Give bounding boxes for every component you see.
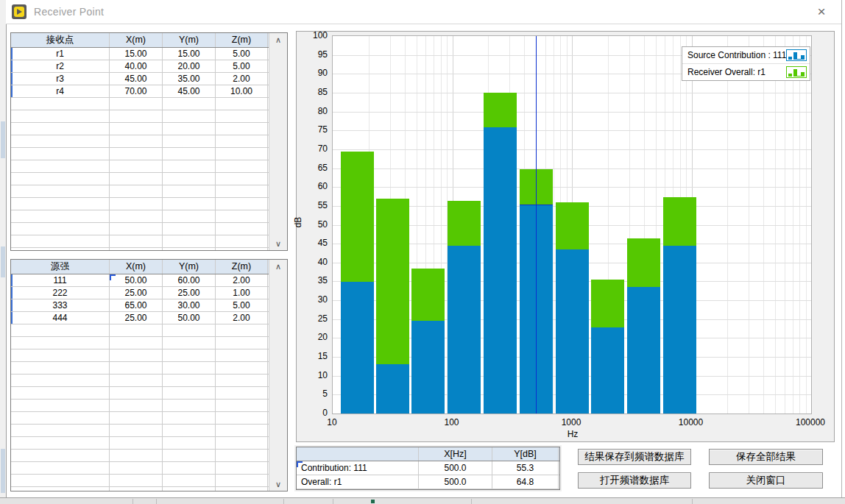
table-cell[interactable] [216, 475, 268, 486]
table-cell[interactable] [163, 450, 216, 461]
table-cell[interactable] [163, 123, 216, 135]
table-cell[interactable] [110, 349, 163, 361]
table-row[interactable]: r470.0045.0010.00 [11, 85, 269, 98]
table-empty-row[interactable] [11, 362, 269, 375]
table-cell[interactable] [11, 185, 110, 197]
close-window-button[interactable]: 关闭窗口 [709, 472, 823, 489]
table-cell[interactable] [110, 198, 163, 210]
table-empty-row[interactable] [11, 375, 269, 387]
table-cell[interactable] [11, 387, 110, 399]
table-cell[interactable] [110, 235, 163, 247]
table-cell[interactable]: 50.00 [110, 274, 163, 286]
table-row[interactable]: 33365.0030.005.00 [11, 299, 269, 312]
table-cell[interactable] [163, 437, 216, 449]
table-cell[interactable] [110, 450, 163, 461]
table-cell[interactable]: r4 [11, 85, 110, 97]
table-row[interactable]: r115.0015.005.00 [11, 48, 269, 60]
table-row[interactable]: 11150.0060.002.00 [11, 274, 269, 287]
table-cell[interactable] [216, 110, 268, 122]
table-cell[interactable]: 35.00 [163, 73, 216, 85]
table-empty-row[interactable] [11, 349, 269, 362]
receiver-table[interactable]: 接收点X(m)Y(m)Z(m)r115.0015.005.00r240.0020… [11, 33, 269, 250]
table-cell[interactable]: 444 [11, 312, 110, 324]
table-empty-row[interactable] [11, 400, 269, 412]
table-cell[interactable] [216, 223, 268, 235]
table-cell[interactable] [11, 437, 110, 449]
save-all-results-button[interactable]: 保存全部结果 [709, 449, 823, 465]
table-cell[interactable] [216, 412, 268, 424]
table-cell[interactable] [110, 337, 163, 349]
table-cell[interactable] [11, 135, 110, 147]
table-row[interactable]: r240.0020.005.00 [11, 60, 269, 73]
table-cell[interactable] [216, 349, 268, 361]
table-empty-row[interactable] [11, 324, 269, 337]
table-empty-row[interactable] [11, 223, 269, 235]
spectrum-graph[interactable]: 0510152025303540455055606570758085909510… [296, 31, 835, 442]
table-empty-row[interactable] [11, 248, 269, 250]
graph-cursor-crosshair[interactable] [520, 205, 553, 205]
table-cell[interactable] [163, 235, 216, 247]
table-cell[interactable] [216, 123, 268, 135]
table-empty-row[interactable] [11, 173, 269, 185]
table-empty-row[interactable] [11, 425, 269, 437]
table-cell[interactable] [11, 362, 110, 374]
table-cell[interactable] [216, 210, 268, 222]
table-cell[interactable] [110, 400, 163, 411]
table-cell[interactable] [216, 248, 268, 250]
table-cell[interactable] [11, 98, 110, 110]
table-cell[interactable] [11, 198, 110, 210]
table-cell[interactable] [11, 475, 110, 486]
table-cell[interactable]: 2.00 [216, 274, 268, 286]
table-empty-row[interactable] [11, 148, 269, 160]
table-cell[interactable] [163, 110, 216, 122]
table-empty-row[interactable] [11, 210, 269, 223]
table-cell[interactable] [163, 173, 216, 185]
table-empty-row[interactable] [11, 437, 269, 450]
table-cell[interactable] [163, 198, 216, 210]
table-cell[interactable] [216, 362, 268, 374]
table-cell[interactable] [11, 248, 110, 250]
table-cell[interactable] [163, 98, 216, 110]
table-cell[interactable] [11, 324, 110, 336]
table-cell[interactable] [11, 148, 110, 160]
table-cell[interactable] [163, 400, 216, 411]
receiver-table-scrollbar[interactable]: ∧ ∨ [269, 33, 287, 250]
table-cell[interactable] [11, 412, 110, 424]
table-cell[interactable] [11, 375, 110, 386]
table-empty-row[interactable] [11, 475, 269, 487]
table-row[interactable]: 44425.0050.002.00 [11, 312, 269, 324]
table-cell[interactable] [163, 337, 216, 349]
table-cell[interactable] [11, 173, 110, 185]
table-cell[interactable] [110, 487, 163, 491]
table-empty-row[interactable] [11, 337, 269, 349]
source-table[interactable]: 源强X(m)Y(m)Z(m)11150.0060.002.0022225.002… [11, 260, 269, 491]
table-empty-row[interactable] [11, 387, 269, 400]
save-to-spectrum-db-button[interactable]: 结果保存到频谱数据库 [578, 449, 691, 465]
table-cell[interactable] [216, 462, 268, 474]
table-cell[interactable]: 55.3 [492, 461, 559, 475]
table-cell[interactable]: 10.00 [216, 85, 268, 97]
table-cell[interactable] [216, 487, 268, 491]
table-cell[interactable]: r2 [11, 60, 110, 72]
table-cell[interactable] [163, 349, 216, 361]
table-empty-row[interactable] [11, 98, 269, 110]
table-empty-row[interactable] [11, 123, 269, 135]
table-cell[interactable] [110, 160, 163, 172]
table-cell[interactable] [216, 375, 268, 386]
table-cell[interactable] [11, 450, 110, 461]
table-cell[interactable] [110, 98, 163, 110]
table-cell[interactable]: 70.00 [110, 85, 163, 97]
table-cell[interactable]: 25.00 [110, 312, 163, 324]
table-cell[interactable]: 222 [11, 287, 110, 299]
table-cell[interactable] [216, 98, 268, 110]
table-empty-row[interactable] [11, 160, 269, 173]
table-cell[interactable]: 1.00 [216, 287, 268, 299]
table-cell[interactable] [11, 223, 110, 235]
table-cell[interactable]: 65.00 [110, 299, 163, 311]
table-cell[interactable] [11, 110, 110, 122]
table-cell[interactable] [216, 450, 268, 461]
table-cell[interactable] [110, 148, 163, 160]
table-cell[interactable] [11, 462, 110, 474]
close-icon[interactable]: × [809, 3, 834, 21]
table-cell[interactable]: Overall: r1 [297, 475, 419, 489]
